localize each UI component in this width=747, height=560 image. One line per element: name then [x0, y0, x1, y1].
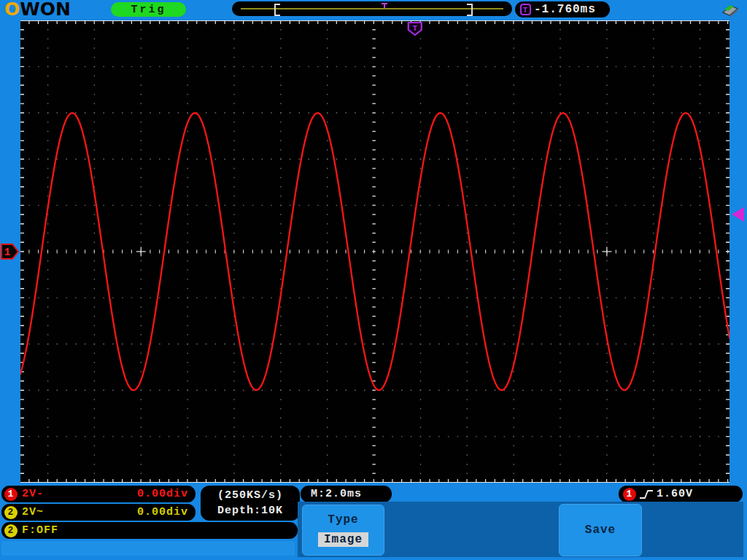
type-button[interactable]: Type Image [302, 505, 384, 556]
trigger-status-label: Trig [131, 4, 166, 16]
type-value[interactable]: Image [318, 532, 368, 547]
logo-rest: WON [20, 0, 71, 20]
svg-text:T: T [523, 7, 528, 15]
timebase-pill: M:2.0ms [301, 486, 392, 502]
trigger-level-readout-pill: 1 1.60V [619, 486, 743, 502]
trigger-offset-value: -1.760ms [534, 3, 596, 16]
ch2-offset: 0.00div [137, 506, 188, 518]
timebase-label: M:2.0ms [311, 488, 362, 500]
waveform-display: T [20, 20, 729, 483]
usb-storage-icon [719, 1, 741, 18]
trigger-offset-readout: T -1.760ms [515, 1, 610, 18]
ch2-info-pill: 2 2V~ 0.00div [1, 504, 196, 521]
svg-text:T: T [412, 24, 417, 33]
memory-bar-line [241, 8, 503, 9]
trigger-channel-badge: 1 [623, 488, 636, 501]
ch1-badge: 1 [4, 488, 18, 501]
trigger-position-tick-icon [382, 3, 387, 9]
acquisition-pill: (250KS/s) Depth:10K [201, 486, 300, 521]
window-end-bracket-icon [467, 4, 473, 16]
rising-edge-icon [639, 488, 654, 501]
trigger-status-badge: Trig [111, 2, 186, 17]
ch2-freq-badge: 2 [4, 524, 18, 537]
type-label: Type [328, 513, 358, 526]
save-label: Save [585, 524, 616, 537]
svg-text:1: 1 [4, 246, 10, 258]
sample-rate-label: (250KS/s) [217, 489, 283, 502]
owon-logo: OWON [4, 0, 71, 19]
ch2-freq-label: F:OFF [22, 524, 58, 537]
save-button[interactable]: Save [559, 504, 642, 556]
ch1-info-pill: 1 2V- 0.00div [1, 486, 196, 502]
trigger-level-marker-icon[interactable] [732, 207, 744, 222]
window-start-bracket-icon [274, 4, 280, 16]
logo-letter-o: O [4, 0, 20, 20]
ch1-offset: 0.00div [137, 488, 188, 500]
footer-left-strip [1, 541, 295, 556]
trigger-time-icon: T [519, 3, 532, 17]
oscilloscope-screen: OWON Trig T -1.760ms T 1 1 2V- 0.00div [0, 0, 747, 560]
memory-position-bar [232, 1, 512, 16]
ch1-position-marker[interactable]: 1 [1, 243, 20, 260]
ch2-frequency-pill: 2 F:OFF [1, 522, 298, 539]
memory-depth-label: Depth:10K [217, 505, 283, 517]
trigger-level-value: 1.60V [657, 488, 693, 500]
ch2-badge: 2 [4, 506, 18, 519]
ch2-scale: 2V~ [22, 506, 44, 518]
ch1-scale: 2V- [22, 488, 44, 500]
